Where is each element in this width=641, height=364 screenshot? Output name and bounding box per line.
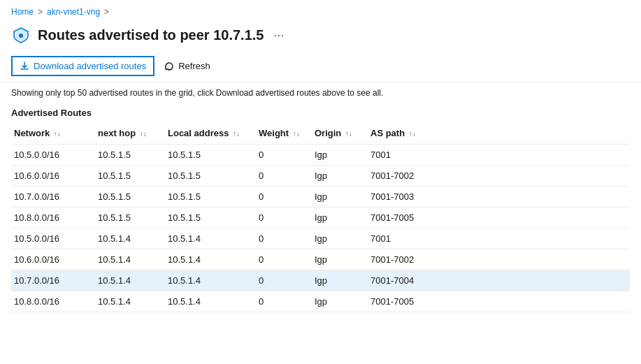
col-header-weight[interactable]: Weight ↑↓ bbox=[256, 122, 312, 145]
sort-network-icon: ↑↓ bbox=[54, 130, 61, 138]
cell-nexthop: 10.5.1.4 bbox=[95, 291, 165, 312]
table-row[interactable]: 10.8.0.0/1610.5.1.510.5.1.50Igp7001-7005 bbox=[11, 208, 630, 228]
info-text: Showing only top 50 advertised routes in… bbox=[0, 82, 641, 101]
col-header-origin[interactable]: Origin ↑↓ bbox=[312, 122, 368, 145]
cell-origin: Igp bbox=[312, 187, 368, 208]
cell-origin: Igp bbox=[312, 291, 368, 312]
routes-table-container: Network ↑↓ next hop ↑↓ Local address ↑↓ … bbox=[0, 122, 641, 312]
cell-network: 10.8.0.0/16 bbox=[11, 291, 95, 312]
cell-origin: Igp bbox=[312, 166, 368, 187]
col-header-network[interactable]: Network ↑↓ bbox=[11, 122, 95, 145]
cell-nexthop: 10.5.1.5 bbox=[95, 208, 165, 228]
cell-network: 10.5.0.0/16 bbox=[11, 145, 95, 166]
cell-local: 10.5.1.4 bbox=[165, 249, 256, 270]
cell-nexthop: 10.5.1.5 bbox=[95, 166, 165, 187]
cell-weight: 0 bbox=[256, 270, 312, 291]
cell-nexthop: 10.5.1.5 bbox=[95, 145, 165, 166]
cell-network: 10.6.0.0/16 bbox=[11, 166, 95, 187]
table-header-row: Network ↑↓ next hop ↑↓ Local address ↑↓ … bbox=[11, 122, 630, 145]
cell-origin: Igp bbox=[312, 208, 368, 228]
cell-nexthop: 10.5.1.4 bbox=[95, 249, 165, 270]
cell-local: 10.5.1.5 bbox=[165, 145, 256, 166]
sort-nexthop-icon: ↑↓ bbox=[140, 130, 147, 138]
cell-weight: 0 bbox=[256, 166, 312, 187]
sort-aspath-icon: ↑↓ bbox=[409, 130, 416, 138]
breadcrumb-parent[interactable]: akn-vnet1-vng bbox=[47, 7, 100, 17]
cell-aspath: 7001-7002 bbox=[368, 249, 630, 270]
table-row[interactable]: 10.8.0.0/1610.5.1.410.5.1.40Igp7001-7005 bbox=[11, 291, 630, 312]
cell-aspath: 7001-7002 bbox=[368, 166, 630, 187]
cell-weight: 0 bbox=[256, 228, 312, 249]
cell-weight: 0 bbox=[256, 291, 312, 312]
cell-origin: Igp bbox=[312, 145, 368, 166]
cell-network: 10.5.0.0/16 bbox=[11, 228, 95, 249]
refresh-button-label: Refresh bbox=[178, 61, 210, 71]
sort-local-icon: ↑↓ bbox=[233, 130, 240, 138]
cell-nexthop: 10.5.1.4 bbox=[95, 270, 165, 291]
cell-local: 10.5.1.5 bbox=[165, 187, 256, 208]
cell-origin: Igp bbox=[312, 249, 368, 270]
cell-local: 10.5.1.5 bbox=[165, 166, 256, 187]
cell-origin: Igp bbox=[312, 228, 368, 249]
cell-aspath: 7001-7005 bbox=[368, 291, 630, 312]
cell-local: 10.5.1.4 bbox=[165, 228, 256, 249]
download-icon bbox=[20, 61, 29, 71]
cell-aspath: 7001-7004 bbox=[368, 270, 630, 291]
refresh-icon bbox=[164, 61, 174, 71]
cell-local: 10.5.1.4 bbox=[165, 270, 256, 291]
cell-network: 10.6.0.0/16 bbox=[11, 249, 95, 270]
table-row[interactable]: 10.5.0.0/1610.5.1.410.5.1.40Igp7001 bbox=[11, 228, 630, 249]
svg-point-1 bbox=[19, 34, 23, 38]
sort-weight-icon: ↑↓ bbox=[293, 130, 300, 138]
cell-aspath: 7001 bbox=[368, 228, 630, 249]
cell-local: 10.5.1.4 bbox=[165, 291, 256, 312]
table-row[interactable]: 10.7.0.0/1610.5.1.510.5.1.50Igp7001-7003 bbox=[11, 187, 630, 208]
cell-network: 10.8.0.0/16 bbox=[11, 208, 95, 228]
cell-weight: 0 bbox=[256, 208, 312, 228]
breadcrumb-home[interactable]: Home bbox=[11, 7, 34, 17]
cell-aspath: 7001 bbox=[368, 145, 630, 166]
cell-weight: 0 bbox=[256, 145, 312, 166]
col-header-nexthop[interactable]: next hop ↑↓ bbox=[95, 122, 165, 145]
cell-origin: Igp bbox=[312, 270, 368, 291]
table-row[interactable]: 10.6.0.0/1610.5.1.510.5.1.50Igp7001-7002 bbox=[11, 166, 630, 187]
breadcrumb-sep1: > bbox=[38, 7, 43, 17]
cell-nexthop: 10.5.1.4 bbox=[95, 228, 165, 249]
cell-local: 10.5.1.5 bbox=[165, 208, 256, 228]
cell-nexthop: 10.5.1.5 bbox=[95, 187, 165, 208]
col-header-local[interactable]: Local address ↑↓ bbox=[165, 122, 256, 145]
cell-weight: 0 bbox=[256, 249, 312, 270]
page-title: Routes advertised to peer 10.7.1.5 bbox=[38, 27, 264, 43]
table-row[interactable]: 10.6.0.0/1610.5.1.410.5.1.40Igp7001-7002 bbox=[11, 249, 630, 270]
cell-aspath: 7001-7005 bbox=[368, 208, 630, 228]
col-header-aspath[interactable]: AS path ↑↓ bbox=[368, 122, 630, 145]
download-advertised-routes-button[interactable]: Download advertised routes bbox=[11, 56, 154, 76]
download-button-label: Download advertised routes bbox=[34, 61, 146, 71]
cell-aspath: 7001-7003 bbox=[368, 187, 630, 208]
refresh-button[interactable]: Refresh bbox=[157, 57, 217, 75]
cell-network: 10.7.0.0/16 bbox=[11, 270, 95, 291]
cell-network: 10.7.0.0/16 bbox=[11, 187, 95, 208]
breadcrumb: Home > akn-vnet1-vng > bbox=[0, 0, 641, 21]
breadcrumb-sep2: > bbox=[104, 7, 109, 17]
section-title: Advertised Routes bbox=[0, 101, 641, 122]
page-header: Routes advertised to peer 10.7.1.5 ··· bbox=[0, 21, 641, 52]
routes-table: Network ↑↓ next hop ↑↓ Local address ↑↓ … bbox=[11, 122, 630, 312]
table-row[interactable]: 10.7.0.0/1610.5.1.410.5.1.40Igp7001-7004 bbox=[11, 270, 630, 291]
table-row[interactable]: 10.5.0.0/1610.5.1.510.5.1.50Igp7001 bbox=[11, 145, 630, 166]
toolbar: Download advertised routes Refresh bbox=[0, 52, 641, 82]
sort-origin-icon: ↑↓ bbox=[345, 130, 352, 138]
more-options-icon[interactable]: ··· bbox=[273, 28, 284, 43]
table-body: 10.5.0.0/1610.5.1.510.5.1.50Igp700110.6.… bbox=[11, 145, 630, 312]
cell-weight: 0 bbox=[256, 187, 312, 208]
gateway-icon bbox=[11, 25, 31, 45]
